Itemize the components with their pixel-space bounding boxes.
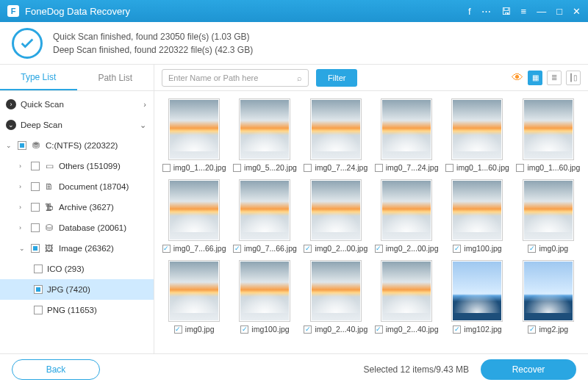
thumbnail[interactable] <box>451 260 503 322</box>
file-checkbox[interactable] <box>233 164 241 172</box>
save-icon[interactable]: 🖫 <box>501 6 511 17</box>
tree-jpg[interactable]: JPG (7420) <box>0 279 154 300</box>
file-checkbox[interactable]: ✓ <box>453 245 461 253</box>
file-item[interactable]: img0_7...24.jpg <box>304 98 368 172</box>
file-name: img0_2...00.jpg <box>315 244 368 253</box>
thumbnail[interactable] <box>523 98 574 160</box>
file-checkbox[interactable]: ✓ <box>233 245 241 253</box>
thumbnail[interactable] <box>239 260 290 322</box>
thumbnail[interactable] <box>381 260 432 322</box>
file-item[interactable]: ✓img100.jpg <box>232 260 297 334</box>
thumbnail[interactable] <box>168 179 220 241</box>
file-item[interactable]: ✓img0_2...00.jpg <box>374 179 439 253</box>
thumbnail[interactable] <box>451 98 503 160</box>
file-name: img0_7...66.jpg <box>244 244 297 253</box>
tab-path-list[interactable]: Path List <box>77 65 154 90</box>
file-item[interactable]: img0_1...60.jpg <box>445 98 509 172</box>
thumbnail[interactable] <box>381 98 432 160</box>
tree-ico[interactable]: ICO (293) <box>0 259 154 279</box>
drive-icon: ⛃ <box>31 140 41 151</box>
thumbnail[interactable] <box>239 98 290 160</box>
file-checkbox[interactable]: ✓ <box>528 325 536 334</box>
file-item[interactable]: ✓img0.jpg <box>516 179 581 253</box>
tree-png[interactable]: PNG (11653) <box>0 300 154 320</box>
file-item[interactable]: ✓img2.jpg <box>516 260 581 334</box>
tree-others[interactable]: › ▭ Others (151099) <box>0 156 154 176</box>
grid-view-icon[interactable]: ▦ <box>528 71 542 85</box>
thumbnail[interactable] <box>310 260 362 322</box>
facebook-icon[interactable]: f <box>468 6 471 17</box>
file-checkbox[interactable] <box>375 164 383 172</box>
tree-image[interactable]: ⌄ 🖼 Image (26362) <box>0 238 154 259</box>
file-item[interactable]: ✓img0_2...00.jpg <box>304 179 368 253</box>
file-item[interactable]: img0_7...24.jpg <box>374 98 439 172</box>
checkbox-icon[interactable] <box>18 141 26 150</box>
tree: Quick Scan › Deep Scan ⌄ ⌄ ⛃ C:(NTFS) (2… <box>0 91 154 353</box>
file-checkbox[interactable]: ✓ <box>162 245 171 253</box>
list-view-icon[interactable]: ≣ <box>547 71 562 85</box>
file-checkbox[interactable] <box>445 164 453 172</box>
checkbox-icon[interactable] <box>31 223 40 232</box>
thumbnail[interactable] <box>523 179 574 241</box>
search-input[interactable]: Enter Name or Path here ⌕ <box>162 69 309 87</box>
checkbox-icon[interactable] <box>31 182 40 191</box>
file-checkbox[interactable]: ✓ <box>304 245 312 253</box>
thumbnail[interactable] <box>168 260 220 322</box>
checkbox-icon[interactable] <box>34 265 43 273</box>
file-item[interactable]: ✓img100.jpg <box>445 179 509 253</box>
file-item[interactable]: img0_1...60.jpg <box>516 98 581 172</box>
file-item[interactable]: ✓img0_7...66.jpg <box>162 179 226 253</box>
back-button[interactable]: Back <box>12 359 100 380</box>
checkbox-icon[interactable] <box>31 244 40 253</box>
recover-button[interactable]: Recover <box>481 359 576 380</box>
checkbox-icon[interactable] <box>31 162 40 170</box>
file-item[interactable]: ✓img0_7...66.jpg <box>232 179 297 253</box>
file-item[interactable]: img0_1...20.jpg <box>162 98 226 172</box>
file-checkbox[interactable] <box>162 164 171 172</box>
preview-icon[interactable]: 👁 <box>512 71 523 84</box>
close-icon[interactable]: ✕ <box>573 6 581 17</box>
file-name: img0_7...24.jpg <box>315 163 368 172</box>
thumbnail[interactable] <box>451 179 503 241</box>
file-checkbox[interactable]: ✓ <box>528 245 536 253</box>
file-checkbox[interactable]: ✓ <box>174 325 182 334</box>
filter-button[interactable]: Filter <box>316 69 357 87</box>
file-checkbox[interactable] <box>304 164 312 172</box>
file-item[interactable]: ✓img102.jpg <box>445 260 509 334</box>
file-checkbox[interactable]: ✓ <box>375 245 383 253</box>
tree-deep-scan[interactable]: Deep Scan ⌄ <box>0 115 154 135</box>
file-item[interactable]: ✓img0_2...40.jpg <box>304 260 368 334</box>
tab-type-list[interactable]: Type List <box>0 65 77 90</box>
tree-archive[interactable]: › 🗜 Archive (3627) <box>0 197 154 217</box>
file-item[interactable]: ✓img0_2...40.jpg <box>374 260 439 334</box>
tree-document[interactable]: › 🗎 Document (18704) <box>0 176 154 197</box>
feedback-icon[interactable]: ⋯ <box>481 6 491 17</box>
checkbox-icon[interactable] <box>34 285 43 294</box>
thumbnail[interactable] <box>381 179 432 241</box>
chevron-down-icon: ⌄ <box>6 142 13 149</box>
thumbnail[interactable] <box>168 98 220 160</box>
thumbnail[interactable] <box>310 98 362 160</box>
thumbnail[interactable] <box>239 179 290 241</box>
file-item[interactable]: ✓img0.jpg <box>162 260 226 334</box>
file-name: img0_1...60.jpg <box>456 163 509 172</box>
file-checkbox[interactable]: ✓ <box>240 325 248 334</box>
file-checkbox[interactable] <box>516 164 524 172</box>
thumbnail[interactable] <box>310 179 362 241</box>
checkbox-icon[interactable] <box>31 203 40 212</box>
file-checkbox[interactable]: ✓ <box>304 325 312 334</box>
scan-status: Quick Scan finished, found 23050 file(s)… <box>0 22 588 65</box>
detail-view-icon[interactable]: ┃▯ <box>566 71 581 85</box>
status-deep: Deep Scan finished, found 220322 file(s)… <box>53 45 253 55</box>
tree-drive[interactable]: ⌄ ⛃ C:(NTFS) (220322) <box>0 135 154 156</box>
maximize-icon[interactable]: □ <box>556 6 562 17</box>
file-item[interactable]: img0_5...20.jpg <box>232 98 297 172</box>
minimize-icon[interactable]: — <box>537 6 546 17</box>
file-checkbox[interactable]: ✓ <box>375 325 383 334</box>
tree-database[interactable]: › ⛁ Database (20061) <box>0 217 154 238</box>
tree-quick-scan[interactable]: Quick Scan › <box>0 94 154 115</box>
menu-icon[interactable]: ≡ <box>521 6 527 17</box>
thumbnail[interactable] <box>523 260 574 322</box>
checkbox-icon[interactable] <box>34 306 43 314</box>
file-checkbox[interactable]: ✓ <box>453 325 461 334</box>
